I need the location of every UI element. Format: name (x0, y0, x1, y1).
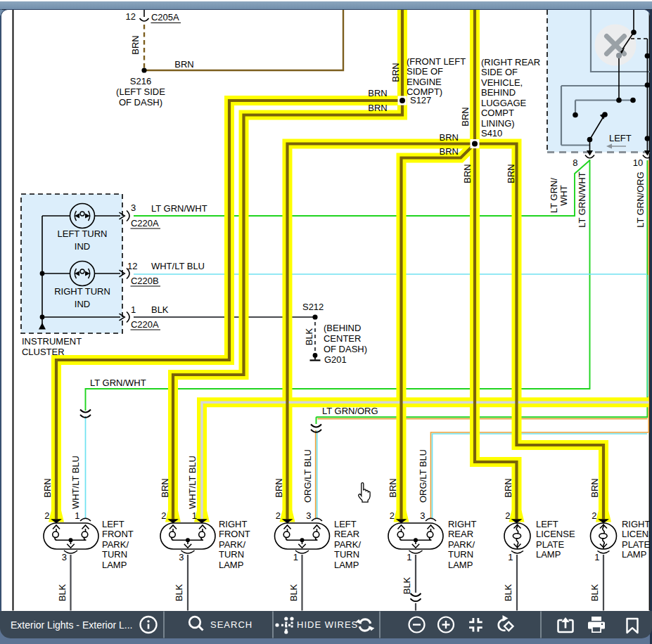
svg-text:Exterior Lights - Exterior L..: Exterior Lights - Exterior L... (11, 619, 133, 630)
svg-text:PARK/: PARK/ (333, 539, 360, 549)
svg-text:BRN: BRN (589, 478, 600, 497)
svg-text:SEARCH: SEARCH (210, 619, 253, 630)
svg-text:12: 12 (127, 261, 136, 271)
svg-text:(LEFT SIDE: (LEFT SIDE (116, 86, 165, 97)
svg-text:LINING): LINING) (480, 118, 514, 129)
svg-text:3: 3 (179, 552, 184, 562)
svg-text:PLATE: PLATE (535, 539, 564, 549)
svg-text:SIDE OF: SIDE OF (480, 67, 517, 77)
svg-text:OF DASH): OF DASH) (118, 97, 162, 108)
svg-text:BLK: BLK (56, 584, 67, 601)
svg-text:3: 3 (61, 552, 66, 562)
svg-text:LAMP: LAMP (333, 559, 358, 569)
svg-text:BRN: BRN (505, 164, 516, 183)
svg-text:RIGHT TURN: RIGHT TURN (54, 286, 110, 297)
svg-text:2: 2 (275, 510, 280, 521)
svg-text:LAMP: LAMP (621, 549, 646, 560)
svg-text:LEFT TURN: LEFT TURN (57, 228, 107, 239)
svg-text:PARK/: PARK/ (218, 539, 245, 549)
svg-text:LT GRN/ORG: LT GRN/ORG (635, 172, 646, 228)
svg-text:G201: G201 (324, 354, 346, 365)
svg-text:LT GRN/WHT: LT GRN/WHT (89, 377, 146, 387)
svg-text:(RIGHT REAR: (RIGHT REAR (480, 57, 539, 67)
svg-text:INSTRUMENT: INSTRUMENT (21, 335, 81, 346)
svg-text:LT GRN/WHT: LT GRN/WHT (577, 172, 587, 228)
svg-text:BEHIND: BEHIND (480, 87, 515, 98)
svg-text:LT GRN/WHT: LT GRN/WHT (151, 203, 207, 214)
svg-text:LEFT: LEFT (101, 518, 124, 529)
svg-text:TURN: TURN (101, 549, 127, 560)
svg-text:BLK: BLK (303, 328, 314, 345)
svg-text:(BEHIND: (BEHIND (323, 322, 360, 333)
svg-text:LUGGAGE: LUGGAGE (480, 98, 526, 108)
svg-text:VEHICLE,: VEHICLE, (480, 77, 522, 88)
svg-text:10: 10 (632, 157, 642, 168)
svg-text:BLK: BLK (174, 584, 184, 601)
svg-text:WHT/LT BLU: WHT/LT BLU (70, 455, 81, 508)
svg-text:BRN: BRN (502, 478, 513, 497)
svg-text:2: 2 (389, 510, 394, 521)
svg-text:1: 1 (293, 552, 298, 562)
svg-text:PARK/: PARK/ (101, 539, 128, 549)
svg-text:S410: S410 (480, 128, 501, 139)
svg-text:BLK: BLK (402, 577, 412, 594)
svg-text:RIGHT: RIGHT (621, 518, 649, 529)
svg-text:2: 2 (592, 510, 596, 521)
svg-text:BRN: BRN (174, 59, 193, 70)
svg-text:8: 8 (573, 157, 577, 168)
svg-text:PARK/: PARK/ (447, 539, 474, 549)
svg-text:2: 2 (161, 510, 166, 521)
svg-text:LICENSE: LICENSE (621, 529, 649, 539)
svg-text:1: 1 (407, 552, 411, 562)
svg-text:BRN: BRN (439, 132, 458, 143)
svg-text:BRN: BRN (462, 164, 473, 183)
svg-text:BRN: BRN (439, 146, 458, 157)
svg-text:1: 1 (594, 552, 599, 562)
svg-text:BRN: BRN (160, 478, 170, 497)
svg-text:SIDE OF: SIDE OF (406, 66, 442, 77)
svg-text:ORG/LT BLU: ORG/LT BLU (417, 449, 428, 502)
svg-text:LAMP: LAMP (218, 559, 243, 569)
svg-text:WHT: WHT (558, 185, 569, 206)
svg-text:LAMP: LAMP (535, 549, 560, 560)
svg-text:TURN: TURN (218, 549, 243, 560)
svg-text:CLUSTER: CLUSTER (21, 346, 64, 356)
svg-text:FRONT: FRONT (218, 529, 250, 539)
svg-text:BLK: BLK (288, 584, 298, 601)
svg-text:FRONT: FRONT (101, 529, 133, 539)
svg-text:CENTER: CENTER (323, 333, 360, 343)
svg-text:C220A: C220A (130, 218, 158, 228)
svg-text:REAR: REAR (447, 529, 473, 539)
svg-text:WHT/LT BLU: WHT/LT BLU (151, 261, 204, 271)
svg-text:ENGINE: ENGINE (406, 77, 441, 87)
svg-text:ORG/LT BLU: ORG/LT BLU (302, 449, 312, 502)
svg-text:1: 1 (130, 304, 135, 314)
svg-text:LICENSE: LICENSE (535, 529, 575, 539)
svg-text:BRN: BRN (274, 478, 284, 497)
svg-text:TURN: TURN (447, 549, 473, 560)
svg-text:IND: IND (74, 299, 89, 309)
svg-text:LAMP: LAMP (101, 559, 126, 569)
svg-text:3: 3 (306, 510, 311, 521)
svg-text:BRN: BRN (460, 107, 471, 126)
svg-text:PLATE: PLATE (621, 539, 649, 549)
svg-text:LEFT: LEFT (608, 133, 631, 143)
svg-text:1: 1 (508, 552, 513, 562)
svg-text:WHT/LT BLU: WHT/LT BLU (187, 455, 198, 508)
svg-text:RIGHT: RIGHT (447, 518, 475, 529)
svg-text:LEFT: LEFT (333, 518, 356, 529)
svg-text:(FRONT LEFT: (FRONT LEFT (406, 56, 465, 67)
svg-text:OF DASH): OF DASH) (323, 343, 366, 354)
svg-text:S216: S216 (129, 76, 151, 86)
svg-text:1: 1 (191, 510, 196, 521)
svg-text:C205A: C205A (151, 12, 179, 22)
svg-text:12: 12 (125, 11, 135, 22)
svg-text:IND: IND (74, 241, 89, 252)
svg-text:BRN: BRN (390, 63, 401, 82)
svg-text:BRN: BRN (368, 88, 387, 98)
svg-text:C220B: C220B (130, 276, 158, 286)
svg-text:RIGHT: RIGHT (218, 518, 246, 529)
svg-text:1: 1 (75, 510, 79, 521)
svg-text:BLK: BLK (151, 304, 168, 315)
svg-text:COMPT: COMPT (480, 108, 513, 118)
